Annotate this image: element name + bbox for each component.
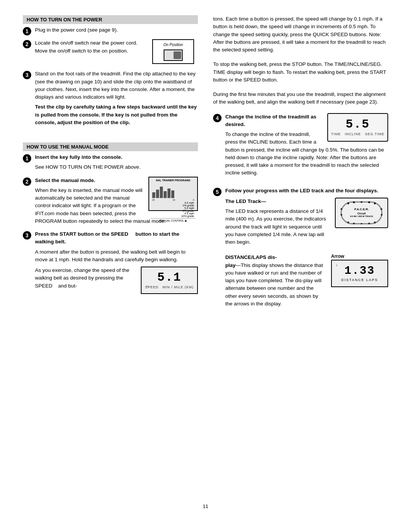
- manual-step-3: 3 Press the START button or the SPEED bu…: [23, 230, 198, 294]
- bar-label-10: 10: [172, 199, 175, 201]
- speed-arrow: ←: [145, 284, 149, 288]
- incline-label: TIME INCLINE SEG.TIME: [331, 132, 384, 136]
- track-dots-svg: [341, 201, 382, 224]
- step-3-power: 3 Stand on the foot rails of the treadmi…: [23, 70, 198, 129]
- manual-step-3-bold: Press the START button or the SPEED butt…: [35, 230, 198, 246]
- svg-point-13: [341, 208, 342, 210]
- right-para-1: tons. Each time a button is pressed, the…: [213, 15, 388, 54]
- step-4-incline: 4 5.5 TIME INCLINE SEG.TIME Change the i…: [213, 113, 388, 179]
- right-column: tons. Each time a button is pressed, the…: [213, 15, 388, 496]
- svg-point-11: [347, 221, 349, 223]
- manual-step-num-2: 2: [23, 177, 31, 186]
- svg-point-2: [361, 201, 363, 203]
- manual-step-3-para1: A moment after the button is pressed, th…: [35, 248, 198, 264]
- bar-5: [167, 189, 170, 198]
- led-track-para: The LED track represents a distance of 1…: [225, 208, 330, 246]
- led-track-illustration: P.A.C.E.R. Circuit 1/4 MI / 400 M TRACK: [335, 198, 388, 228]
- distance-title: DISTANCE/LAPS dis-play—This display show…: [225, 254, 326, 308]
- svg-point-0: [347, 202, 349, 204]
- manual-step-num-3: 3: [23, 231, 31, 240]
- arrow-label: Arrow: [331, 254, 344, 259]
- speed-label: SPEED MIN / MILE (km): [145, 285, 194, 289]
- step-num-2: 2: [23, 40, 31, 48]
- right-para-2: To stop the walking belt, press the STOP…: [213, 61, 388, 84]
- program-bars: [151, 183, 196, 198]
- bar-1: [152, 192, 155, 198]
- step-5-bold: Follow your progress with the LED track …: [225, 187, 388, 195]
- manual-step-2: 2 NAL TRAINER PROGRAMS: [23, 177, 198, 228]
- program-panel-title: NAL TRAINER PROGRAMS: [151, 179, 196, 182]
- manual-step-num-1: 1: [23, 154, 31, 163]
- bar-label-20: 20: [152, 199, 155, 201]
- svg-point-3: [368, 201, 370, 203]
- led-track-row: The LED Track— The LED track represents …: [225, 198, 388, 249]
- section-header-power: HOW TO TURN ON THE POWER: [23, 15, 198, 24]
- right-para-3: During the first few minutes that you us…: [213, 91, 388, 106]
- down-arrow-indicator: ↓: [336, 263, 338, 267]
- bar-label-0: 0: [193, 199, 194, 201]
- speed-number: 5.1: [157, 272, 182, 284]
- manual-control-label: MANUAL CONTROL ◉: [151, 218, 196, 222]
- led-track-text: The LED Track— The LED track represents …: [225, 198, 330, 249]
- step-5-content: Follow your progress with the LED track …: [225, 187, 388, 310]
- step-5-led: 5 Follow your progress with the LED trac…: [213, 187, 388, 310]
- svg-point-6: [381, 214, 383, 216]
- incline-display: 5.5 TIME INCLINE SEG.TIME: [327, 113, 388, 142]
- step-3-text-bold: Test the clip by carefully taking a few …: [35, 103, 198, 126]
- page: HOW TO TURN ON THE POWER 1 Plug in the p…: [0, 0, 411, 532]
- step-4-content: 5.5 TIME INCLINE SEG.TIME Change the inc…: [225, 113, 388, 179]
- manual-step-1-bold: Insert the key fully into the console.: [35, 153, 198, 161]
- step-2-power: 2 On Position Locate the on/off switch n…: [23, 39, 198, 67]
- manual-step-1-content: Insert the key fully into the console. S…: [35, 153, 198, 174]
- bar-3: [160, 187, 163, 198]
- step-3-content: Stand on the foot rails of the treadmill…: [35, 70, 198, 129]
- manual-step-2-content: NAL TRAINER PROGRAMS 20: [35, 177, 198, 228]
- step-num-1: 1: [23, 27, 31, 35]
- svg-point-12: [341, 214, 342, 216]
- svg-point-8: [368, 222, 370, 224]
- speed-display: ← 5.1 SPEED MIN / MILE (km): [141, 267, 198, 294]
- svg-point-5: [381, 208, 382, 210]
- manual-step-3-content: Press the START button or the SPEED butt…: [35, 230, 198, 294]
- distance-laps-row: DISTANCE/LAPS dis-play—This display show…: [225, 254, 388, 310]
- section-power: HOW TO TURN ON THE POWER 1 Plug in the p…: [23, 15, 198, 132]
- distance-display-container: Arrow ↓ 1.33 DISTANCE LAPS: [331, 254, 388, 287]
- section-header-manual: HOW TO USE THE MANUAL MODE: [23, 142, 198, 151]
- switch-knob: [174, 51, 181, 59]
- distance-text: DISTANCE/LAPS dis-play—This display show…: [225, 254, 326, 310]
- switch-illustration: On Position: [152, 39, 194, 64]
- program-panel-illustration: NAL TRAINER PROGRAMS 20: [148, 177, 198, 211]
- switch-on-label: On Position: [163, 43, 183, 47]
- bar-2: [156, 190, 159, 198]
- manual-step-1-sub: See HOW TO TURN ON THE POWER above.: [35, 163, 198, 171]
- manual-step-1: 1 Insert the key fully into the console.…: [23, 153, 198, 174]
- step-2-content: On Position Locate the on/off switch nea…: [35, 39, 194, 67]
- step-3-text-normal: Stand on the foot rails of the treadmill…: [35, 70, 198, 101]
- svg-point-1: [353, 201, 355, 203]
- step-1-power: 1 Plug in the power cord (see page 9).: [23, 26, 198, 36]
- left-column: HOW TO TURN ON THE POWER 1 Plug in the p…: [23, 15, 198, 496]
- led-track-title: The LED Track—: [225, 198, 330, 205]
- switch-body: [164, 50, 183, 61]
- manual-step-3-para2: As you exercise, change the speed of the…: [35, 267, 135, 290]
- incline-number: 5.5: [346, 118, 370, 131]
- svg-point-10: [353, 222, 355, 224]
- step-num-3: 3: [23, 71, 31, 79]
- bar-6: [171, 190, 174, 198]
- distance-display: ↓ 1.33 DISTANCE LAPS: [331, 260, 388, 287]
- speed-display-row: As you exercise, change the speed of the…: [35, 267, 198, 294]
- svg-point-4: [374, 202, 376, 204]
- speed-labels: 4.0 mph 0% grade 5.0 mph 4% grade 4.5 mp…: [151, 201, 196, 217]
- distance-number: 1.33: [344, 265, 375, 276]
- distance-label: DISTANCE LAPS: [341, 278, 378, 282]
- step-num-4: 4: [213, 114, 221, 122]
- section-manual: HOW TO USE THE MANUAL MODE 1 Insert the …: [23, 142, 198, 297]
- step-num-5: 5: [213, 188, 221, 196]
- step-1-content: Plug in the power cord (see page 9).: [35, 26, 198, 36]
- track-oval: P.A.C.E.R. Circuit 1/4 MI / 400 M TRACK: [341, 201, 382, 224]
- svg-point-7: [374, 221, 376, 223]
- page-number: 11: [23, 503, 388, 509]
- bar-4: [164, 191, 167, 198]
- svg-point-9: [361, 223, 363, 224]
